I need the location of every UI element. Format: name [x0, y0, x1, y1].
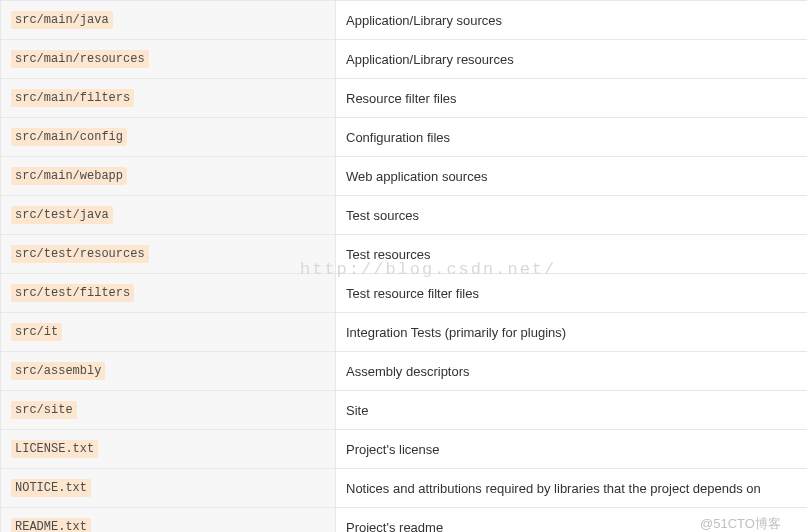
path-cell: src/test/java: [1, 196, 336, 235]
path-code: src/main/java: [11, 11, 113, 29]
path-cell: LICENSE.txt: [1, 430, 336, 469]
table-row: src/test/resources Test resources: [1, 235, 808, 274]
path-cell: src/assembly: [1, 352, 336, 391]
path-code: src/assembly: [11, 362, 105, 380]
desc-cell: Test resource filter files: [336, 274, 808, 313]
desc-cell: Configuration files: [336, 118, 808, 157]
desc-cell: Assembly descriptors: [336, 352, 808, 391]
desc-cell: Application/Library sources: [336, 1, 808, 40]
path-cell: src/it: [1, 313, 336, 352]
path-code: README.txt: [11, 518, 91, 532]
table-row: src/main/config Configuration files: [1, 118, 808, 157]
desc-cell: Notices and attributions required by lib…: [336, 469, 808, 508]
path-cell: src/main/java: [1, 1, 336, 40]
desc-cell: Project's license: [336, 430, 808, 469]
table-row: src/test/java Test sources: [1, 196, 808, 235]
path-code: src/main/resources: [11, 50, 149, 68]
desc-cell: Resource filter files: [336, 79, 808, 118]
directory-layout-table: src/main/java Application/Library source…: [0, 0, 807, 532]
desc-cell: Project's readme: [336, 508, 808, 533]
table-row: LICENSE.txt Project's license: [1, 430, 808, 469]
path-code: src/main/config: [11, 128, 127, 146]
path-code: src/main/webapp: [11, 167, 127, 185]
path-cell: README.txt: [1, 508, 336, 533]
desc-cell: Test resources: [336, 235, 808, 274]
desc-cell: Application/Library resources: [336, 40, 808, 79]
path-cell: NOTICE.txt: [1, 469, 336, 508]
path-code: src/test/java: [11, 206, 113, 224]
page-container: src/main/java Application/Library source…: [0, 0, 807, 532]
path-code: src/test/resources: [11, 245, 149, 263]
desc-cell: Integration Tests (primarily for plugins…: [336, 313, 808, 352]
desc-cell: Site: [336, 391, 808, 430]
path-cell: src/main/webapp: [1, 157, 336, 196]
path-code: src/test/filters: [11, 284, 134, 302]
table-row: src/main/resources Application/Library r…: [1, 40, 808, 79]
table-row: src/it Integration Tests (primarily for …: [1, 313, 808, 352]
table-body: src/main/java Application/Library source…: [1, 1, 808, 533]
table-row: src/site Site: [1, 391, 808, 430]
table-row: NOTICE.txt Notices and attributions requ…: [1, 469, 808, 508]
table-row: src/main/java Application/Library source…: [1, 1, 808, 40]
path-cell: src/test/filters: [1, 274, 336, 313]
path-cell: src/main/filters: [1, 79, 336, 118]
desc-cell: Test sources: [336, 196, 808, 235]
path-code: LICENSE.txt: [11, 440, 98, 458]
table-row: src/assembly Assembly descriptors: [1, 352, 808, 391]
path-cell: src/site: [1, 391, 336, 430]
table-row: src/main/webapp Web application sources: [1, 157, 808, 196]
table-row: src/main/filters Resource filter files: [1, 79, 808, 118]
desc-cell: Web application sources: [336, 157, 808, 196]
path-cell: src/main/config: [1, 118, 336, 157]
table-row: src/test/filters Test resource filter fi…: [1, 274, 808, 313]
path-cell: src/main/resources: [1, 40, 336, 79]
path-code: NOTICE.txt: [11, 479, 91, 497]
path-code: src/site: [11, 401, 77, 419]
path-cell: src/test/resources: [1, 235, 336, 274]
table-row: README.txt Project's readme: [1, 508, 808, 533]
path-code: src/it: [11, 323, 62, 341]
path-code: src/main/filters: [11, 89, 134, 107]
